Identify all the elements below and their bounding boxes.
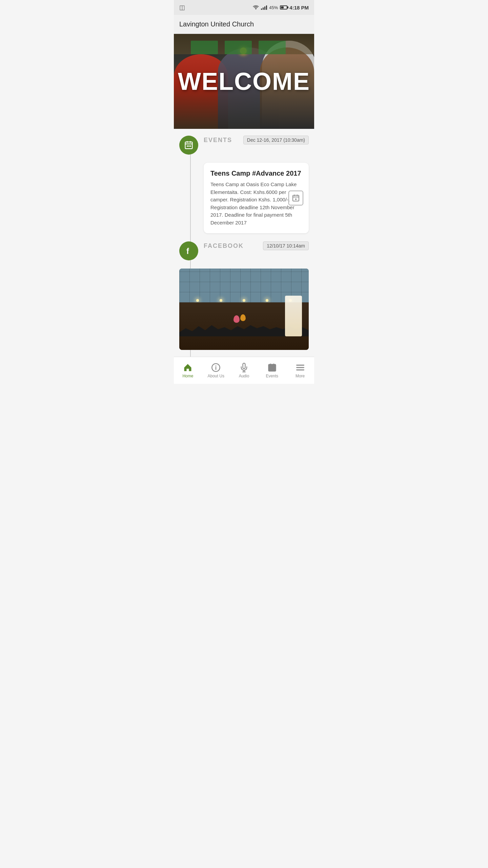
welcome-text: WELCOME xyxy=(178,67,310,95)
events-date-badge[interactable]: Dec 12-16, 2017 (10:30am) xyxy=(243,136,309,144)
window-light xyxy=(285,296,302,336)
add-calendar-icon xyxy=(292,194,300,202)
nav-audio[interactable]: Audio xyxy=(230,357,258,384)
nav-about-label: About Us xyxy=(208,374,224,378)
add-to-calendar-button[interactable] xyxy=(288,191,303,205)
facebook-label: FACEBOOK xyxy=(204,242,244,250)
facebook-icon: f xyxy=(184,246,194,256)
signal-icon xyxy=(261,5,267,10)
nav-home[interactable]: Home xyxy=(174,357,202,384)
about-icon xyxy=(211,363,221,372)
svg-rect-5 xyxy=(187,145,188,147)
welcome-banner: WELCOME xyxy=(174,34,314,129)
balloon-2 xyxy=(240,314,246,321)
nav-more[interactable]: More xyxy=(286,357,314,384)
facebook-date-badge[interactable]: 12/10/17 10:14am xyxy=(263,241,309,250)
light-4 xyxy=(266,299,268,302)
events-icon[interactable] xyxy=(179,136,198,155)
svg-text:f: f xyxy=(186,247,189,256)
svg-rect-8 xyxy=(293,195,299,201)
wifi-icon xyxy=(253,5,259,10)
event-title: Teens Camp #Advance 2017 xyxy=(210,170,302,177)
events-header: EVENTS Dec 12-16, 2017 (10:30am) xyxy=(204,136,309,144)
nav-calendar-icon xyxy=(267,363,277,372)
nav-more-label: More xyxy=(296,374,305,378)
bottom-navigation: Home About Us Audio Events xyxy=(174,357,314,384)
svg-point-0 xyxy=(256,8,257,9)
audio-icon xyxy=(239,363,249,372)
home-icon xyxy=(183,363,192,372)
app-header: Lavington United Church xyxy=(174,15,314,34)
app-title: Lavington United Church xyxy=(179,20,309,28)
light-3 xyxy=(243,299,245,302)
svg-rect-20 xyxy=(268,364,276,371)
nav-audio-label: Audio xyxy=(239,374,249,378)
church-interior: BREAK CAMP xyxy=(179,269,309,350)
event-card[interactable]: Teens Camp #Advance 2017 Teens Camp at O… xyxy=(204,163,309,233)
balloon-1 xyxy=(233,315,240,323)
light-2 xyxy=(220,299,222,302)
battery-icon xyxy=(280,5,287,9)
more-icon xyxy=(296,363,305,372)
battery-percent: 45% xyxy=(269,5,278,10)
main-content: EVENTS Dec 12-16, 2017 (10:30am) Teens C… xyxy=(174,129,314,357)
facebook-header-row: f FACEBOOK 12/10/17 10:14am xyxy=(179,241,309,260)
svg-rect-25 xyxy=(273,368,274,369)
calendar-icon xyxy=(184,140,194,150)
light-1 xyxy=(196,299,199,302)
nav-events-label: Events xyxy=(266,374,278,378)
facebook-header: FACEBOOK 12/10/17 10:14am xyxy=(204,241,309,250)
events-header-row: EVENTS Dec 12-16, 2017 (10:30am) xyxy=(179,136,309,155)
svg-rect-6 xyxy=(188,145,190,147)
status-bar: ◫ 45% 4:18 PM xyxy=(174,0,314,15)
status-time: 4:18 PM xyxy=(289,5,309,11)
facebook-post-image[interactable]: BREAK CAMP xyxy=(179,269,309,350)
svg-rect-7 xyxy=(190,145,191,147)
svg-rect-1 xyxy=(185,142,192,149)
svg-rect-24 xyxy=(270,368,271,369)
nav-events[interactable]: Events xyxy=(258,357,286,384)
events-label: EVENTS xyxy=(204,137,232,144)
nav-about-us[interactable]: About Us xyxy=(202,357,230,384)
image-icon: ◫ xyxy=(179,4,185,11)
nav-home-label: Home xyxy=(182,374,193,378)
facebook-icon-circle[interactable]: f xyxy=(179,241,198,260)
events-section: EVENTS Dec 12-16, 2017 (10:30am) Teens C… xyxy=(174,129,314,357)
status-icons: 45% 4:18 PM xyxy=(253,5,309,11)
